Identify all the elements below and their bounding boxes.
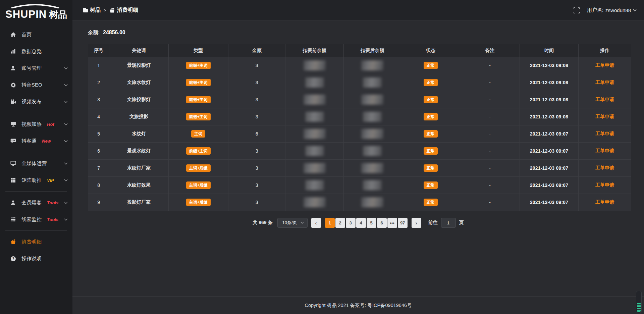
sidebar-item-wallet[interactable]: 消费明细 bbox=[0, 233, 72, 250]
remark-cell: - bbox=[460, 57, 520, 74]
video-camera-icon bbox=[10, 99, 16, 105]
row-index: 9 bbox=[97, 200, 100, 205]
page-button-5[interactable]: 5 bbox=[367, 218, 376, 228]
ticket-apply-link[interactable]: 工单申请 bbox=[595, 114, 614, 119]
breadcrumb-current[interactable]: 消费明细 bbox=[109, 7, 139, 14]
row-index: 8 bbox=[97, 182, 100, 188]
chevron-down-icon bbox=[64, 123, 68, 125]
column-header: 时间 bbox=[520, 44, 579, 57]
app-logo[interactable]: SHUPIN 树品 bbox=[0, 0, 72, 23]
sidebar-item-label: 抖音SEO bbox=[21, 82, 42, 88]
amount-cell: 3 bbox=[228, 143, 285, 160]
status-cell: 正常 bbox=[401, 91, 460, 108]
sidebar-item-question[interactable]: ?操作说明 bbox=[0, 250, 72, 267]
amount-text: 3 bbox=[256, 80, 258, 85]
remark-cell: - bbox=[460, 143, 520, 160]
sidebar-item-user[interactable]: 账号管理 bbox=[0, 60, 72, 76]
ticket-apply-link[interactable]: 工单申请 bbox=[595, 165, 614, 170]
sidebar-item-monitor[interactable]: 全媒体运营 bbox=[0, 155, 72, 172]
page-size-select[interactable]: 10条/页 bbox=[277, 218, 308, 228]
page-button-6[interactable]: 6 bbox=[377, 218, 387, 228]
ticket-apply-link[interactable]: 工单申请 bbox=[595, 131, 614, 136]
page-button-97[interactable]: 97 bbox=[398, 218, 408, 228]
type-cell: 前缀+主词 bbox=[168, 57, 228, 74]
sidebar-item-screen-cast[interactable]: 视频加热Hot bbox=[0, 116, 72, 133]
type-cell: 前缀+主词 bbox=[168, 108, 228, 125]
status-badge: 正常 bbox=[424, 113, 438, 120]
sidebar-item-sliders[interactable]: 线索监控Tools bbox=[0, 211, 72, 228]
page-button-1[interactable]: 1 bbox=[325, 218, 335, 228]
row-index: 7 bbox=[97, 165, 100, 171]
breadcrumb-current-label: 消费明细 bbox=[117, 7, 139, 14]
sidebar-item-member[interactable]: 会员爆客Tools bbox=[0, 194, 72, 211]
amount-cell: 3 bbox=[228, 91, 285, 108]
time-cell: 2021-12-03 09:08 bbox=[520, 74, 579, 91]
time-text: 2021-12-03 09:07 bbox=[530, 200, 569, 205]
action-cell: 工单申请 bbox=[578, 91, 631, 108]
next-page-button[interactable]: › bbox=[412, 218, 421, 228]
sidebar-item-badge: Tools bbox=[47, 217, 58, 222]
chevron-down-icon bbox=[64, 162, 68, 165]
user-menu[interactable]: 用户名: zswodun88 bbox=[587, 7, 637, 13]
amount-cell: 3 bbox=[228, 194, 285, 211]
chevron-down-icon bbox=[64, 67, 68, 69]
redacted-balance-before bbox=[304, 60, 326, 70]
more-pages-button[interactable]: ••• bbox=[387, 218, 397, 228]
page-button-3[interactable]: 3 bbox=[346, 218, 356, 228]
sidebar-item-grid[interactable]: 矩阵助推VIP bbox=[0, 172, 72, 189]
type-badge: 前缀+主词 bbox=[186, 113, 211, 120]
ticket-apply-link[interactable]: 工单申请 bbox=[595, 199, 614, 205]
type-badge: 主词+后缀 bbox=[186, 181, 211, 189]
goto-suffix: 页 bbox=[459, 220, 464, 226]
fullscreen-icon[interactable] bbox=[574, 7, 580, 13]
chevron-down-icon bbox=[64, 179, 68, 181]
topbar: 树品 > 消费明细 用户名: zswodun88 bbox=[72, 0, 644, 21]
keyword-cell: 投影灯厂家 bbox=[109, 194, 168, 211]
member-icon bbox=[10, 200, 16, 206]
side-float-widget[interactable] bbox=[636, 291, 642, 313]
balance-before-cell bbox=[285, 91, 343, 108]
redacted-balance-before bbox=[305, 180, 324, 190]
column-header: 操作 bbox=[578, 44, 631, 57]
ticket-apply-link[interactable]: 工单申请 bbox=[595, 62, 614, 68]
sidebar-item-home[interactable]: 首页 bbox=[0, 26, 72, 43]
action-cell: 工单申请 bbox=[578, 177, 631, 194]
remark-cell: - bbox=[460, 177, 520, 194]
redacted-balance-after bbox=[361, 163, 383, 173]
chevron-down-icon bbox=[64, 218, 68, 221]
sidebar-item-label: 消费明细 bbox=[21, 239, 42, 245]
type-badge: 主词+后缀 bbox=[186, 164, 211, 172]
type-badge: 前缀+主词 bbox=[186, 96, 211, 103]
gear-icon bbox=[10, 82, 16, 88]
action-cell: 工单申请 bbox=[578, 194, 631, 211]
status-cell: 正常 bbox=[401, 194, 460, 211]
page-button-4[interactable]: 4 bbox=[356, 218, 366, 228]
time-cell: 2021-12-03 09:08 bbox=[520, 57, 579, 74]
logo-arc bbox=[10, 4, 60, 8]
sidebar-item-chat[interactable]: 抖客通New bbox=[0, 133, 72, 149]
sidebar-item-gear[interactable]: 抖音SEO bbox=[0, 76, 72, 93]
goto-page-input[interactable] bbox=[441, 218, 456, 228]
amount-cell: 3 bbox=[228, 74, 285, 91]
wallet-icon bbox=[10, 239, 16, 245]
breadcrumb: 树品 > 消费明细 bbox=[83, 7, 139, 14]
remark-text: - bbox=[489, 80, 491, 85]
keyword-text: 水纹灯 bbox=[132, 131, 146, 136]
page-button-2[interactable]: 2 bbox=[335, 218, 345, 228]
ticket-apply-link[interactable]: 工单申请 bbox=[595, 80, 614, 85]
action-cell: 工单申请 bbox=[578, 143, 631, 160]
redacted-balance-before bbox=[304, 197, 326, 207]
row-index: 6 bbox=[97, 148, 100, 154]
time-cell: 2021-12-03 09:08 bbox=[520, 91, 579, 108]
sidebar-item-bar-chart[interactable]: 数据总览 bbox=[0, 43, 72, 60]
ticket-apply-link[interactable]: 工单申请 bbox=[595, 182, 614, 188]
ticket-apply-link[interactable]: 工单申请 bbox=[595, 97, 614, 102]
redacted-balance-before bbox=[305, 77, 324, 88]
sidebar-item-video-camera[interactable]: 视频发布 bbox=[0, 93, 72, 110]
ticket-apply-link[interactable]: 工单申请 bbox=[595, 148, 614, 153]
prev-page-button[interactable]: ‹ bbox=[311, 218, 321, 228]
sidebar-item-label: 会员爆客 bbox=[21, 200, 42, 206]
type-badge: 前缀+主词 bbox=[186, 79, 211, 86]
breadcrumb-home[interactable]: 树品 bbox=[83, 7, 101, 14]
chevron-down-icon bbox=[64, 140, 68, 142]
